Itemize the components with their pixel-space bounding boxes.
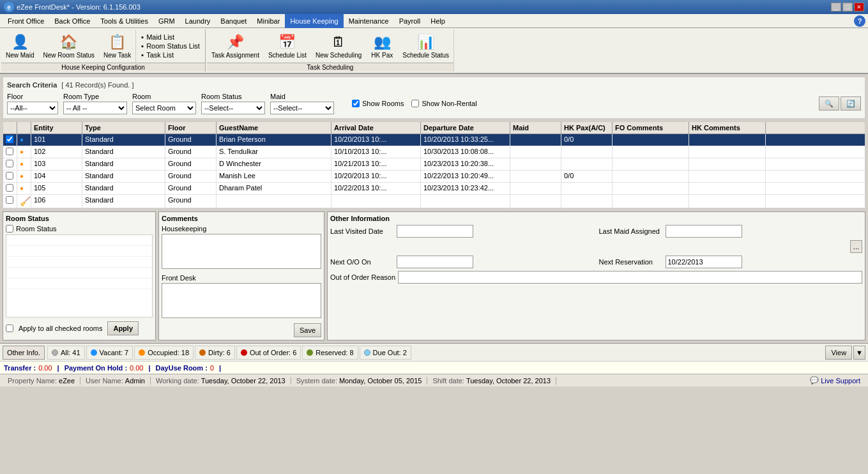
row6-check[interactable]: [3, 195, 17, 208]
window-title: eZee FrontDesk* - Version: 6.1.156.003: [17, 3, 141, 11]
title-bar-controls[interactable]: _ □ ✕: [831, 3, 864, 11]
maid-list-item[interactable]: ▪ Maid List: [139, 33, 202, 42]
room-type-select[interactable]: -- All -- Standard Deluxe Suite: [63, 102, 127, 114]
menu-back-office[interactable]: Back Office: [49, 14, 95, 28]
row2-check[interactable]: [3, 146, 17, 158]
apply-all-label: Apply to all checked rooms: [19, 325, 102, 332]
refresh-btn[interactable]: 🔄: [841, 96, 861, 111]
toolbar-schedule-list-btn[interactable]: 📅 Schedule List: [264, 29, 311, 63]
status-due-out[interactable]: Due Out: 2: [360, 346, 411, 360]
next-reservation-label: Next Reservation: [599, 258, 663, 266]
menu-grm[interactable]: GRM: [153, 14, 180, 28]
save-btn[interactable]: Save: [294, 323, 321, 337]
schedule-status-icon: 📊: [417, 34, 434, 50]
menu-laundry[interactable]: Laundry: [180, 14, 216, 28]
next-oo-input[interactable]: [397, 256, 473, 268]
room-status-list[interactable]: [6, 234, 153, 317]
close-btn[interactable]: ✕: [854, 3, 864, 11]
status-dirty[interactable]: Dirty: 6: [195, 346, 235, 360]
table-row[interactable]: ● 104 Standard Ground Manish Lee 10/20/2…: [3, 171, 865, 183]
row2-arrival: 10/10/2013 10:...: [331, 146, 421, 158]
menu-front-office[interactable]: Front Office: [3, 14, 49, 28]
housekeeping-textarea[interactable]: [162, 234, 321, 269]
record-count: [ 41 Record(s) Found. ]: [61, 81, 133, 89]
hk-pax-label: HK Pax: [371, 52, 393, 59]
ellipsis-btn[interactable]: ...: [850, 240, 862, 253]
info-grid: Last Visited Date Last Maid Assigned: [330, 225, 862, 238]
search-icons: 🔍 🔄: [819, 96, 861, 111]
toolbar: 👤 New Maid 🏠 New Room Status 📋 New Task …: [0, 28, 868, 74]
table-row[interactable]: ● 102 Standard Ground S. Tendulkar 10/10…: [3, 146, 865, 158]
maximize-btn[interactable]: □: [842, 3, 853, 11]
next-reservation-input[interactable]: [666, 256, 742, 268]
other-info-btn[interactable]: Other Info.: [3, 346, 45, 360]
row5-status-icon: ●: [17, 183, 31, 194]
live-support[interactable]: 💬 Live Support: [805, 376, 865, 385]
help-icon[interactable]: ?: [854, 15, 865, 27]
search-row: Floor --All-- Ground First Second Room T…: [7, 93, 861, 114]
menu-tools-utilities[interactable]: Tools & Utilities: [95, 14, 153, 28]
maid-select[interactable]: --Select-- Maid 1 Maid 2: [270, 102, 334, 114]
task-list-item[interactable]: ▪ Task List: [139, 50, 202, 59]
toolbar-hk-pax-btn[interactable]: 👥 HK Pax: [366, 29, 398, 63]
table-row[interactable]: ● 103 Standard Ground D Winchester 10/21…: [3, 158, 865, 171]
row3-check[interactable]: [3, 158, 17, 170]
menu-banquet[interactable]: Banquet: [215, 14, 252, 28]
view-btn[interactable]: View: [825, 346, 852, 360]
toolbar-new-scheduling-btn[interactable]: 🗓 New Scheduling: [311, 29, 366, 63]
status-all[interactable]: All: 41: [47, 346, 85, 360]
toolbar-new-maid-btn[interactable]: 👤 New Maid: [1, 29, 38, 63]
apply-all-checkbox[interactable]: [6, 325, 13, 332]
reserved-dot: [307, 349, 313, 356]
toolbar-new-task-btn[interactable]: 📋 New Task: [99, 29, 135, 63]
room-status-list-item[interactable]: ▪ Room Status List: [139, 42, 202, 50]
status-reserved[interactable]: Reserved: 8: [302, 346, 358, 360]
table-row[interactable]: ● 105 Standard Ground Dharam Patel 10/22…: [3, 183, 865, 195]
row5-check[interactable]: [3, 183, 17, 194]
front-desk-textarea[interactable]: [162, 283, 321, 318]
toolbar-new-room-status-btn[interactable]: 🏠 New Room Status: [38, 29, 99, 63]
toolbar-task-assignment-btn[interactable]: 📌 Task Assignment: [207, 29, 264, 63]
property-label: Property Name:: [8, 377, 57, 385]
menu-maintenance[interactable]: Maintenance: [344, 14, 394, 28]
room-status-list-bullet: ▪: [141, 42, 144, 50]
room-select[interactable]: Select Room 101 102 103 104 105 106: [132, 102, 196, 114]
search-btn[interactable]: 🔍: [819, 96, 839, 111]
dayuse-label: DayUse Room :: [156, 364, 208, 372]
row4-check[interactable]: [3, 171, 17, 182]
grid-body: ● 101 Standard Ground Brian Peterson 10/…: [3, 134, 865, 208]
out-of-order-dot: [241, 349, 247, 356]
data-grid: Entity Type Floor GuestName Arrival Date…: [3, 121, 865, 209]
out-of-order-input[interactable]: [398, 271, 862, 284]
row2-departure: 10/30/2013 10:08:08...: [421, 146, 510, 158]
table-row[interactable]: 🧹 106 Standard Ground: [3, 195, 865, 208]
show-non-rental-checkbox[interactable]: [411, 100, 419, 107]
menu-house-keeping[interactable]: House Keeping: [285, 14, 343, 28]
status-out-of-order[interactable]: Out of Order: 6: [236, 346, 301, 360]
apply-btn[interactable]: Apply: [107, 321, 139, 335]
transfer-value: 0.00: [38, 364, 52, 372]
menu-help[interactable]: Help: [425, 14, 450, 28]
room-status-all-checkbox[interactable]: [6, 225, 13, 233]
out-of-order-row: Out of Order Reason: [330, 271, 862, 284]
maid-list-bullet: ▪: [141, 33, 144, 41]
room-status-label: Room Status: [201, 93, 265, 100]
toolbar-schedule-status-btn[interactable]: 📊 Schedule Status: [398, 29, 453, 63]
table-row[interactable]: ● 101 Standard Ground Brian Peterson 10/…: [3, 134, 865, 146]
view-dropdown-btn[interactable]: ▼: [853, 346, 865, 360]
row3-type: Standard: [82, 158, 165, 170]
minimize-btn[interactable]: _: [831, 3, 841, 11]
room-status-select[interactable]: --Select-- Vacant Occupied Dirty Out of …: [201, 102, 265, 114]
floor-select[interactable]: --All-- Ground First Second: [7, 102, 58, 114]
header-arrival: Arrival Date: [331, 122, 421, 134]
row1-check[interactable]: [3, 134, 17, 146]
shift-date-label: Shift date:: [432, 377, 464, 385]
menu-minibar[interactable]: Minibar: [252, 14, 285, 28]
toolbar-task-scheduling-group: 📌 Task Assignment 📅 Schedule List 🗓 New …: [207, 29, 454, 72]
last-maid-input[interactable]: [666, 225, 742, 238]
menu-payroll[interactable]: Payroll: [394, 14, 426, 28]
status-occupied[interactable]: Occupied: 18: [134, 346, 194, 360]
last-visited-input[interactable]: [397, 225, 473, 238]
show-rooms-checkbox[interactable]: [352, 100, 360, 107]
status-vacant[interactable]: Vacant: 7: [86, 346, 133, 360]
